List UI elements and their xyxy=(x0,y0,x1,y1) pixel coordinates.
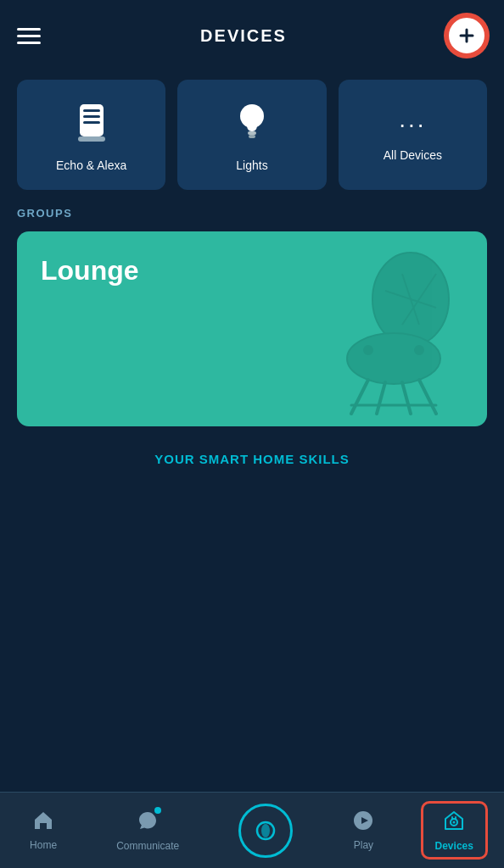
svg-rect-9 xyxy=(249,135,255,138)
skills-label[interactable]: YOUR SMART HOME SKILLS xyxy=(154,452,350,466)
lounge-card[interactable]: Lounge xyxy=(17,231,487,426)
svg-rect-2 xyxy=(80,104,104,136)
lights-card[interactable]: Lights xyxy=(177,80,326,190)
communicate-notification-dot xyxy=(154,807,161,814)
devices-section: Echo & Alexa Lights ··· All Devices xyxy=(0,71,504,207)
svg-line-12 xyxy=(351,380,368,414)
nav-play[interactable]: Play xyxy=(339,803,388,858)
devices-nav-label: Devices xyxy=(435,840,473,852)
svg-point-11 xyxy=(347,333,440,384)
devices-icon xyxy=(442,809,466,836)
play-nav-label: Play xyxy=(354,839,373,851)
communicate-icon xyxy=(136,821,160,835)
skills-section[interactable]: YOUR SMART HOME SKILLS xyxy=(0,440,504,476)
svg-line-14 xyxy=(377,382,385,414)
echo-icon xyxy=(76,101,107,148)
communicate-icon-wrap xyxy=(136,809,160,836)
echo-alexa-label: Echo & Alexa xyxy=(56,159,126,172)
nav-communicate[interactable]: Communicate xyxy=(103,802,193,859)
menu-button[interactable] xyxy=(17,28,41,44)
add-device-button[interactable] xyxy=(446,15,487,56)
chair-decoration xyxy=(300,248,470,418)
svg-point-23 xyxy=(261,824,270,837)
play-icon xyxy=(352,810,374,835)
ellipsis-icon: ··· xyxy=(399,111,426,138)
groups-title: GROUPS xyxy=(17,207,487,220)
svg-line-15 xyxy=(402,382,411,414)
nav-alexa[interactable] xyxy=(225,797,306,865)
lounge-label: Lounge xyxy=(41,255,139,287)
home-nav-label: Home xyxy=(30,839,57,851)
bottom-nav: Home Communicate xyxy=(0,792,504,868)
bulb-icon xyxy=(235,101,269,148)
all-devices-label: All Devices xyxy=(384,148,442,162)
svg-line-13 xyxy=(419,380,436,414)
svg-rect-8 xyxy=(248,131,256,135)
groups-section: GROUPS Lounge xyxy=(0,207,504,440)
svg-point-7 xyxy=(240,104,264,128)
home-icon xyxy=(32,810,54,835)
all-devices-card[interactable]: ··· All Devices xyxy=(339,80,487,190)
page-title: DEVICES xyxy=(200,26,287,46)
svg-rect-5 xyxy=(83,121,100,124)
lights-label: Lights xyxy=(236,159,267,172)
communicate-nav-label: Communicate xyxy=(116,840,179,852)
alexa-button[interactable] xyxy=(238,804,293,858)
svg-point-18 xyxy=(414,345,424,355)
header: DEVICES xyxy=(0,0,504,71)
svg-rect-3 xyxy=(83,109,100,112)
svg-point-27 xyxy=(453,821,456,824)
nav-devices[interactable]: Devices xyxy=(421,801,488,860)
svg-point-17 xyxy=(363,345,373,355)
echo-alexa-card[interactable]: Echo & Alexa xyxy=(17,80,165,190)
device-cards-row: Echo & Alexa Lights ··· All Devices xyxy=(17,80,487,190)
svg-rect-6 xyxy=(78,136,105,142)
svg-rect-4 xyxy=(83,115,100,118)
nav-home[interactable]: Home xyxy=(16,803,70,858)
